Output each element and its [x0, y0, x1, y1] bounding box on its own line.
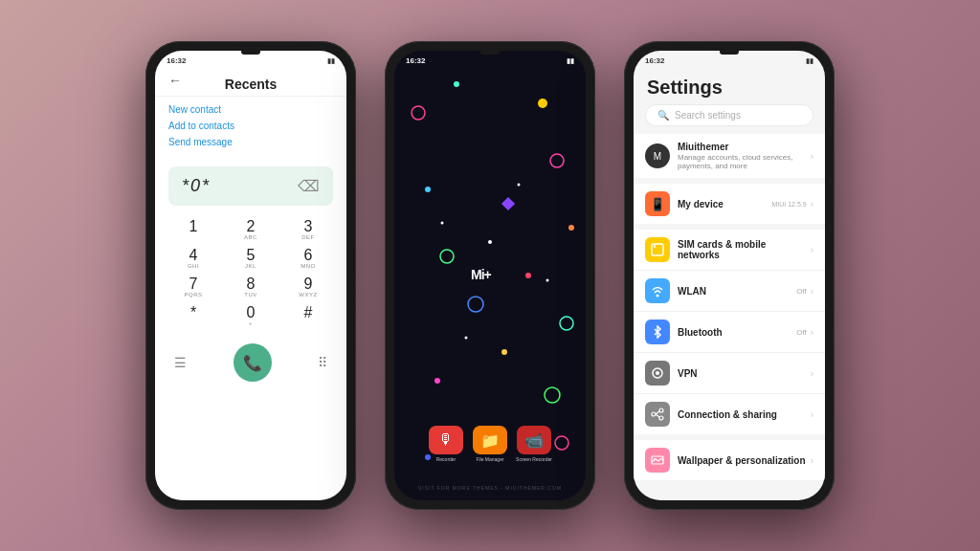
key-2[interactable]: 2ABC	[226, 219, 276, 240]
phone-frame-settings: 16:32 ▮▮ Settings 🔍 Search settings M Mi…	[624, 41, 835, 510]
settings-item-device[interactable]: 📱 My device MIUI 12.5.9 ›	[634, 184, 825, 224]
device-title: My device	[678, 199, 771, 209]
device-content: My device	[678, 199, 771, 209]
key-9[interactable]: 9WXYZ	[283, 276, 333, 298]
sim-icon	[645, 237, 670, 262]
search-bar[interactable]: 🔍 Search settings	[645, 104, 813, 126]
phone-notch-3	[720, 49, 739, 55]
svg-point-3	[550, 154, 564, 167]
wallpaper-content: Wallpaper & personalization	[678, 455, 811, 466]
app-dock: 🎙 Recorder 📁 File Manager 📹 Screen Recor…	[428, 426, 552, 462]
svg-point-25	[657, 295, 659, 298]
svg-point-1	[454, 81, 459, 87]
svg-rect-23	[652, 244, 663, 255]
miui-badge: MIUI 12.5.9	[771, 201, 806, 208]
status-time-2: 16:32	[406, 56, 425, 65]
dialer-title: Recents	[168, 77, 333, 92]
app-file-manager[interactable]: 📁 File Manager	[472, 426, 508, 462]
account-title: Miuithemer	[678, 142, 811, 152]
key-star[interactable]: *	[168, 305, 218, 326]
svg-point-29	[659, 408, 663, 412]
connection-sharing-icon	[645, 402, 670, 427]
search-icon: 🔍	[657, 110, 669, 121]
phone-screen-settings: 16:32 ▮▮ Settings 🔍 Search settings M Mi…	[634, 51, 825, 500]
svg-point-12	[434, 378, 440, 384]
key-3[interactable]: 3DEF	[283, 219, 333, 240]
phone-screen-dialer: 16:32 ▮▮ ← Recents New contact Add to co…	[155, 51, 346, 500]
svg-point-21	[546, 279, 549, 282]
dialer-bottom: ☰ 📞 ⠿	[155, 338, 346, 386]
sim-right: ›	[811, 245, 813, 255]
add-to-contacts-link[interactable]: Add to contacts	[168, 121, 333, 131]
key-5[interactable]: 5JKL	[226, 248, 276, 269]
key-1[interactable]: 1	[168, 219, 218, 240]
keypad-row-2: 4GHI 5JKL 6MNO	[168, 248, 333, 269]
svg-point-0	[412, 106, 425, 120]
svg-point-30	[659, 416, 663, 420]
phone-notch-2	[480, 49, 500, 55]
status-icons-1: ▮▮	[327, 57, 335, 65]
search-placeholder: Search settings	[675, 110, 741, 121]
key-4[interactable]: 4GHI	[168, 248, 218, 269]
bluetooth-title: Bluetooth	[678, 327, 796, 338]
chevron-icon-bt: ›	[811, 327, 813, 338]
svg-point-27	[656, 371, 659, 375]
account-right: ›	[811, 151, 813, 162]
key-0[interactable]: 0+	[226, 305, 276, 326]
phone-frame-dialer: 16:32 ▮▮ ← Recents New contact Add to co…	[145, 41, 356, 510]
vpn-icon	[645, 361, 670, 386]
settings-item-sim[interactable]: SIM cards & mobile networks ›	[634, 230, 825, 271]
wlan-content: WLAN	[678, 286, 796, 297]
grid-icon[interactable]: ⠿	[318, 355, 327, 370]
chevron-icon-wlan: ›	[811, 286, 813, 297]
settings-item-bluetooth[interactable]: Bluetooth Off ›	[634, 312, 825, 353]
bluetooth-icon	[645, 320, 670, 344]
svg-point-17	[488, 240, 492, 244]
status-time-3: 16:32	[645, 56, 664, 65]
sim-content: SIM cards & mobile networks	[678, 239, 811, 260]
phone-screen-wallpaper: 16:32 ▮▮ Mi+ 🎙 Recorder 📁 File Manager 📹…	[394, 51, 586, 500]
connection-sharing-right: ›	[811, 409, 813, 420]
settings-item-vpn[interactable]: VPN ›	[634, 353, 825, 394]
vpn-title: VPN	[678, 368, 811, 379]
chevron-icon-wp: ›	[811, 455, 813, 466]
mi-logo: Mi+	[471, 264, 509, 288]
svg-point-10	[560, 317, 573, 330]
settings-section-account: M Miuithemer Manage accounts, cloud serv…	[634, 134, 825, 178]
wlan-title: WLAN	[678, 286, 796, 297]
send-message-link[interactable]: Send message	[168, 137, 333, 147]
menu-icon[interactable]: ☰	[174, 355, 187, 370]
app-screen-recorder[interactable]: 📹 Screen Recorder	[516, 426, 552, 462]
app-recorder[interactable]: 🎙 Recorder	[428, 426, 464, 462]
battery-icon-3: ▮▮	[806, 57, 813, 65]
settings-item-wlan[interactable]: WLAN Off ›	[634, 271, 825, 312]
key-8[interactable]: 8TUV	[226, 276, 276, 298]
phone-notch	[241, 49, 260, 55]
new-contact-link[interactable]: New contact	[168, 104, 333, 115]
screen-recorder-icon: 📹	[517, 426, 551, 454]
svg-point-13	[545, 387, 560, 403]
svg-point-18	[518, 184, 521, 187]
connection-sharing-title: Connection & sharing	[678, 409, 811, 420]
svg-point-11	[501, 349, 507, 355]
recorder-icon: 🎙	[429, 426, 463, 454]
wallpaper-right: ›	[811, 455, 813, 466]
settings-item-wallpaper[interactable]: Wallpaper & personalization ›	[634, 440, 825, 480]
device-icon: 📱	[645, 191, 670, 216]
key-6[interactable]: 6MNO	[283, 248, 333, 269]
key-hash[interactable]: #	[283, 305, 333, 326]
delete-icon[interactable]: ⌫	[298, 177, 320, 195]
svg-point-16	[555, 436, 568, 450]
settings-section-connectivity: SIM cards & mobile networks › WLAN Off	[634, 230, 825, 434]
settings-item-account[interactable]: M Miuithemer Manage accounts, cloud serv…	[634, 134, 825, 178]
settings-item-connection-sharing[interactable]: Connection & sharing ›	[634, 394, 825, 434]
device-right: MIUI 12.5.9 ›	[771, 199, 813, 209]
svg-point-2	[538, 99, 547, 108]
status-time-1: 16:32	[167, 56, 186, 65]
call-button[interactable]: 📞	[234, 343, 272, 382]
chevron-icon-vpn: ›	[811, 368, 813, 379]
wallpaper-title: Wallpaper & personalization	[678, 455, 811, 466]
dialer-actions: New contact Add to contacts Send message	[155, 97, 346, 147]
chevron-icon-sim: ›	[811, 245, 813, 255]
key-7[interactable]: 7PQRS	[168, 276, 218, 298]
